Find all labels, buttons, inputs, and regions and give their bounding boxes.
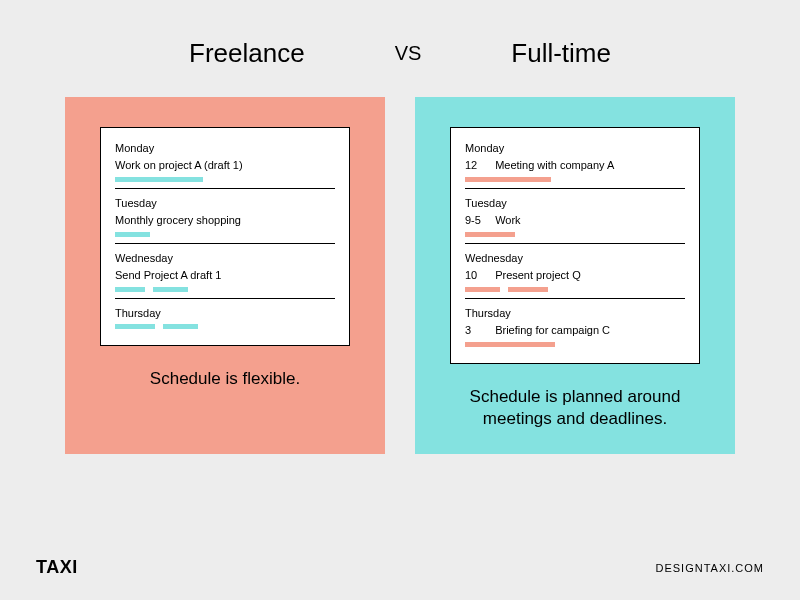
activity-bars: [465, 177, 685, 182]
title-right: Full-time: [511, 38, 611, 69]
activity-bars: [115, 232, 335, 237]
day-name: Tuesday: [465, 197, 685, 209]
day-entry: 9-5 Work: [465, 214, 685, 226]
day-block: Tuesday 9-5 Work: [465, 197, 685, 244]
activity-bars: [115, 177, 335, 182]
bar-icon: [115, 287, 145, 292]
day-block: Thursday: [115, 307, 335, 335]
day-block: Wednesday 10 Present project Q: [465, 252, 685, 299]
day-name: Thursday: [465, 307, 685, 319]
footer: TAXI DESIGNTAXI.COM: [36, 557, 764, 578]
day-entry: 10 Present project Q: [465, 269, 685, 281]
day-time: 3: [465, 324, 489, 336]
panel-caption: Schedule is planned around meetings and …: [450, 386, 700, 430]
bar-icon: [465, 342, 555, 347]
panel-caption: Schedule is flexible.: [140, 368, 310, 390]
day-name: Thursday: [115, 307, 335, 319]
bar-icon: [465, 232, 515, 237]
panel-fulltime: Monday 12 Meeting with company A Tuesday…: [415, 97, 735, 454]
site-url: DESIGNTAXI.COM: [655, 562, 764, 574]
bar-icon: [115, 232, 150, 237]
day-time: 12: [465, 159, 489, 171]
bar-icon: [508, 287, 548, 292]
bar-icon: [465, 177, 551, 182]
title-left: Freelance: [189, 38, 305, 69]
header: Freelance VS Full-time: [0, 0, 800, 69]
day-entry: 3 Briefing for campaign C: [465, 324, 685, 336]
panel-freelance: Monday Work on project A (draft 1) Tuesd…: [65, 97, 385, 454]
brand-logo: TAXI: [36, 557, 78, 578]
bar-icon: [163, 324, 198, 329]
day-entry-text: Present project Q: [495, 269, 581, 281]
day-block: Monday 12 Meeting with company A: [465, 142, 685, 189]
schedule-card-fulltime: Monday 12 Meeting with company A Tuesday…: [450, 127, 700, 364]
day-name: Wednesday: [465, 252, 685, 264]
day-name: Tuesday: [115, 197, 335, 209]
schedule-card-freelance: Monday Work on project A (draft 1) Tuesd…: [100, 127, 350, 346]
day-block: Tuesday Monthly grocery shopping: [115, 197, 335, 244]
day-entry-text: Briefing for campaign C: [495, 324, 610, 336]
panels: Monday Work on project A (draft 1) Tuesd…: [0, 97, 800, 454]
day-entry-text: Meeting with company A: [495, 159, 614, 171]
day-entry-text: Work: [495, 214, 520, 226]
day-time: 9-5: [465, 214, 489, 226]
activity-bars: [115, 324, 335, 329]
bar-icon: [153, 287, 188, 292]
day-entry: Monthly grocery shopping: [115, 214, 335, 226]
day-name: Monday: [115, 142, 335, 154]
activity-bars: [465, 342, 685, 347]
day-entry: Send Project A draft 1: [115, 269, 335, 281]
bar-icon: [465, 287, 500, 292]
day-time: 10: [465, 269, 489, 281]
day-name: Wednesday: [115, 252, 335, 264]
bar-icon: [115, 324, 155, 329]
activity-bars: [465, 287, 685, 292]
day-block: Thursday 3 Briefing for campaign C: [465, 307, 685, 353]
day-entry: 12 Meeting with company A: [465, 159, 685, 171]
activity-bars: [465, 232, 685, 237]
bar-icon: [115, 177, 203, 182]
day-entry: Work on project A (draft 1): [115, 159, 335, 171]
day-block: Wednesday Send Project A draft 1: [115, 252, 335, 299]
vs-label: VS: [395, 42, 422, 65]
day-block: Monday Work on project A (draft 1): [115, 142, 335, 189]
activity-bars: [115, 287, 335, 292]
day-name: Monday: [465, 142, 685, 154]
